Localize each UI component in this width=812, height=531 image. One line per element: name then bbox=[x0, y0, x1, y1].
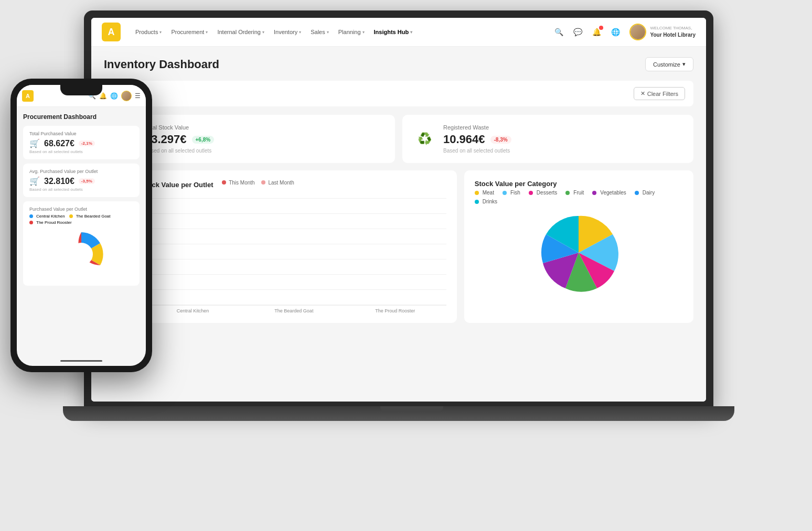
search-button[interactable]: 🔍 bbox=[552, 25, 567, 39]
stat-badge-down: -8,3% bbox=[490, 136, 511, 144]
this-month-legend: This Month bbox=[222, 180, 255, 186]
logo[interactable]: A bbox=[102, 23, 121, 41]
scene: A Products ▾ Procurement ▾ Internal Orde… bbox=[0, 0, 812, 531]
gridlines bbox=[142, 198, 446, 305]
legend-dairy: Dairy bbox=[635, 190, 655, 196]
phone-dashboard-title: Procurement Dashboard bbox=[23, 113, 140, 121]
phone-badge-2: -3,5% bbox=[79, 178, 95, 184]
legend-fruit: Fruit bbox=[565, 190, 584, 196]
cart-icon: 🛒 bbox=[29, 138, 40, 148]
phone-screen: A 🔍 🔔 🌐 ☰ Procurement Dashboard Total Pu… bbox=[17, 85, 146, 366]
svg-point-0 bbox=[70, 243, 93, 266]
stat-badge-up: +6,8% bbox=[192, 136, 215, 144]
legend-desserts: Desserts bbox=[529, 190, 557, 196]
last-month-legend: Last Month bbox=[261, 180, 294, 186]
stat-title: Total Stock Value bbox=[145, 124, 384, 131]
stat-subtitle: Based on all selected outlets bbox=[443, 148, 683, 154]
phone-stat-sub-1: Based on all selected outlets bbox=[29, 149, 133, 154]
nav-insights-hub[interactable]: Insights Hub ▾ bbox=[370, 26, 417, 38]
phone-stat-value-2: 32.810€ bbox=[44, 177, 74, 186]
language-button[interactable]: 🌐 bbox=[608, 25, 623, 39]
nav-inventory[interactable]: Inventory ▾ bbox=[270, 26, 305, 38]
laptop-screen: A Products ▾ Procurement ▾ Internal Orde… bbox=[91, 18, 706, 402]
phone-legend-pr: The Proud Rooster bbox=[29, 220, 72, 225]
stat-value-row: 83.297€ +6,8% bbox=[145, 133, 384, 146]
phone: A 🔍 🔔 🌐 ☰ Procurement Dashboard Total Pu… bbox=[10, 79, 152, 372]
donut-chart-container bbox=[29, 228, 133, 280]
page-title: Inventory Dashboard bbox=[104, 58, 219, 71]
nav-products[interactable]: Products ▾ bbox=[131, 26, 166, 38]
phone-stat-title-1: Total Purchased Value bbox=[29, 131, 133, 136]
language-icon[interactable]: 🌐 bbox=[110, 92, 118, 100]
cart-icon-2: 🛒 bbox=[29, 176, 40, 186]
user-section[interactable]: WELCOME THOMAS, Your Hotel Library bbox=[629, 24, 696, 40]
nav-procurement[interactable]: Procurement ▾ bbox=[167, 26, 212, 38]
notifications-button[interactable]: 🔔 bbox=[590, 25, 604, 39]
legend-fish: Fish bbox=[503, 190, 520, 196]
bar-chart-card: Current Stock Value per Outlet This Mont… bbox=[104, 170, 457, 323]
close-icon: ✕ bbox=[640, 90, 645, 97]
nav-items: Products ▾ Procurement ▾ Internal Orderi… bbox=[131, 26, 552, 38]
phone-legend-ck: Central Kitchen bbox=[29, 214, 65, 219]
bar-chart-body: Central Kitchen The Bearded Goat The Pro… bbox=[142, 198, 446, 313]
menu-icon[interactable]: ☰ bbox=[135, 92, 141, 100]
laptop-bezel: A Products ▾ Procurement ▾ Internal Orde… bbox=[84, 10, 713, 409]
filters-bar: Filters ✕ Clear Filters bbox=[104, 81, 693, 106]
phone-logo: A bbox=[22, 90, 34, 102]
pie-container bbox=[475, 211, 683, 295]
laptop: A Products ▾ Procurement ▾ Internal Orde… bbox=[84, 10, 740, 456]
chevron-down-icon: ▾ bbox=[682, 61, 686, 68]
nav-internal-ordering[interactable]: Internal Ordering ▾ bbox=[213, 26, 269, 38]
nav-right: 🔍 💬 🔔 🌐 WELCOME THOMAS, bbox=[552, 24, 696, 40]
page-header: Inventory Dashboard Customize ▾ bbox=[104, 57, 693, 71]
main-content: Inventory Dashboard Customize ▾ Filters … bbox=[91, 47, 706, 402]
customize-button[interactable]: Customize ▾ bbox=[645, 57, 693, 71]
chevron-down-icon: ▾ bbox=[299, 30, 301, 35]
charts-row: Current Stock Value per Outlet This Mont… bbox=[104, 170, 693, 323]
phone-stat-1: Total Purchased Value 🛒 68.627€ -2,1% Ba… bbox=[23, 126, 140, 159]
user-avatar bbox=[629, 24, 646, 40]
stat-subtitle: Based on all selected outlets bbox=[145, 148, 384, 154]
phone-content: Procurement Dashboard Total Purchased Va… bbox=[17, 107, 146, 294]
stat-body: Total Stock Value 83.297€ +6,8% Based on… bbox=[145, 124, 384, 154]
x-labels: Central Kitchen The Bearded Goat The Pro… bbox=[142, 306, 446, 313]
phone-chart-section: Purchased Value per Outlet Central Kitch… bbox=[23, 201, 140, 286]
phone-avatar bbox=[121, 91, 132, 101]
stats-row: 🏬 Total Stock Value 83.297€ +6,8% Based … bbox=[104, 115, 693, 163]
recycle-icon: ♻️ bbox=[413, 127, 436, 150]
phone-home-indicator bbox=[60, 360, 102, 362]
notifications-icon[interactable]: 🔔 bbox=[99, 92, 107, 100]
legend-drinks: Drinks bbox=[475, 199, 497, 204]
phone-stat-title-2: Avg. Purchased Value per Outlet bbox=[29, 169, 133, 174]
stat-body: Registered Waste 10.964€ -8,3% Based on … bbox=[443, 124, 683, 154]
phone-badge-1: -2,1% bbox=[79, 140, 95, 146]
user-info: WELCOME THOMAS, Your Hotel Library bbox=[650, 26, 696, 38]
legend-vegetables: Vegetables bbox=[592, 190, 626, 196]
notification-badge bbox=[599, 26, 603, 30]
donut-chart-svg bbox=[55, 228, 108, 280]
navbar: A Products ▾ Procurement ▾ Internal Orde… bbox=[91, 18, 706, 47]
nav-sales[interactable]: Sales ▾ bbox=[306, 26, 333, 38]
phone-stat-sub-2: Based on all selected outlets bbox=[29, 187, 133, 192]
chart-legend: This Month Last Month bbox=[222, 180, 294, 186]
pie-legend: Meat Fish Desserts bbox=[475, 190, 683, 204]
chat-button[interactable]: 💬 bbox=[571, 25, 585, 39]
chevron-down-icon: ▾ bbox=[410, 30, 412, 35]
stat-title: Registered Waste bbox=[443, 124, 683, 131]
phone-stat-row-1: 🛒 68.627€ -2,1% bbox=[29, 138, 133, 148]
chevron-down-icon: ▾ bbox=[206, 30, 208, 35]
phone-stat-value-1: 68.627€ bbox=[44, 139, 74, 148]
pie-chart-svg bbox=[537, 211, 621, 295]
chevron-down-icon: ▾ bbox=[362, 30, 365, 35]
phone-notch bbox=[60, 85, 102, 95]
registered-waste-card: ♻️ Registered Waste 10.964€ -8,3% Based … bbox=[402, 115, 693, 163]
chevron-down-icon: ▾ bbox=[159, 30, 162, 35]
phone-chart-legend: Central Kitchen The Bearded Goat The Pro… bbox=[29, 214, 133, 225]
clear-filters-button[interactable]: ✕ Clear Filters bbox=[634, 87, 685, 100]
legend-meat: Meat bbox=[475, 190, 494, 196]
stat-value: 10.964€ bbox=[443, 133, 485, 146]
bar-chart: €800,000 €700,000 €600,000 €500,000 €400… bbox=[114, 198, 446, 313]
nav-planning[interactable]: Planning ▾ bbox=[334, 26, 369, 38]
chevron-down-icon: ▾ bbox=[262, 30, 264, 35]
laptop-notch bbox=[380, 406, 443, 411]
